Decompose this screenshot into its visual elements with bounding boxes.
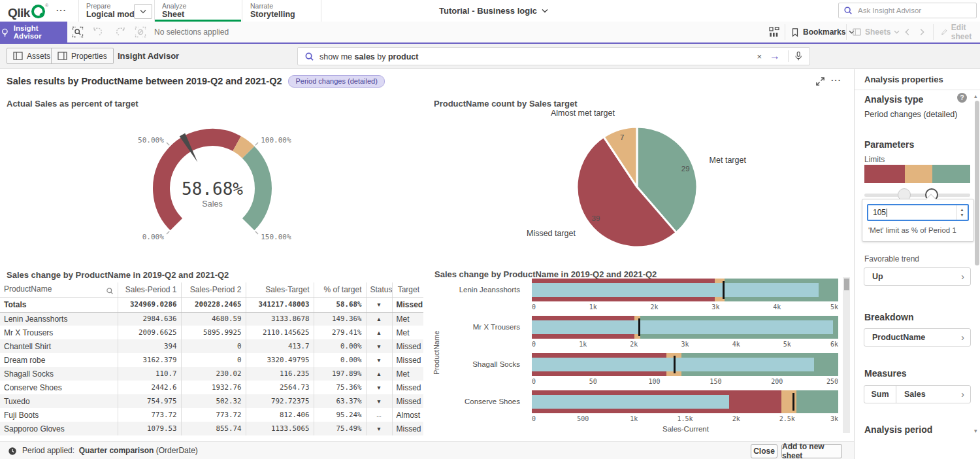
stepper-buttons[interactable]: ▲▼ — [956, 205, 968, 220]
clear-selections-icon[interactable] — [135, 26, 146, 38]
axis-tick-label: 50 — [589, 378, 597, 385]
next-sheet-icon[interactable] — [917, 27, 926, 37]
axis-tick-label: 3k — [830, 415, 838, 422]
chart-menu-icon[interactable]: ··· — [831, 75, 841, 85]
table-row[interactable]: Shagall Socks110.7230.02116.235197.89%▲M… — [0, 367, 423, 381]
scroll-up-icon[interactable]: ▴ — [974, 93, 977, 99]
axis-tick-label: 1k — [589, 303, 597, 311]
table-row[interactable]: Tuxedo754.975502.32792.7237563.37%▼Misse… — [0, 394, 423, 408]
ask-insight-advisor-search[interactable] — [838, 3, 977, 18]
breakdown-button[interactable]: ProductName› — [864, 328, 971, 347]
target-cell: Met — [392, 312, 423, 326]
ask-insight-advisor-input[interactable] — [857, 6, 972, 15]
axis-tick-label: 1k — [630, 415, 638, 422]
panel-scrollbar[interactable] — [975, 101, 979, 265]
target-cell: Missed — [392, 339, 423, 353]
close-button[interactable]: Close — [751, 444, 777, 458]
app-title-dropdown[interactable]: Tutorial - Business logic — [439, 0, 548, 22]
bullet-axis: 01k2k3k4k5k — [532, 303, 838, 312]
limit-band-red — [864, 165, 905, 183]
smart-search-icon[interactable] — [72, 26, 84, 38]
gauge-caption: Sales — [202, 199, 222, 209]
analysis-type-badge[interactable]: Period changes (detailed) — [288, 75, 384, 88]
scroll-down-icon[interactable]: ▾ — [974, 428, 977, 434]
search-icon[interactable] — [106, 287, 114, 295]
measure-bar[interactable] — [532, 320, 833, 334]
measure-bar[interactable] — [532, 395, 729, 409]
gauge-tick — [167, 143, 169, 145]
bullet-row[interactable]: Shagall Socks050100150200250 — [443, 353, 838, 386]
column-header[interactable]: % of target — [314, 282, 366, 297]
expand-icon[interactable] — [815, 76, 825, 86]
global-menu-icon[interactable]: ··· — [56, 5, 67, 15]
target-cell: Missed — [392, 297, 423, 312]
chevron-right-icon: › — [961, 332, 970, 343]
gauge-chart[interactable]: 0.00%50.00%100.00%150.00%58.68%Sales — [59, 109, 372, 262]
measure-button[interactable]: Sum Sales› — [864, 385, 971, 403]
properties-button[interactable]: Properties — [51, 48, 114, 64]
previous-sheet-icon[interactable] — [903, 27, 912, 37]
totals-row: Totals324969.0286200228.2465341217.48003… — [0, 297, 423, 312]
column-header[interactable]: Sales-Period 2 — [181, 282, 246, 297]
slider-track[interactable] — [864, 194, 970, 197]
axis-tick-label: 5k — [830, 303, 838, 311]
axis-tick-label: 0 — [532, 415, 536, 422]
gauge-tick — [255, 231, 258, 234]
pie-value-label: 39 — [592, 214, 600, 222]
undo-selection-icon[interactable] — [93, 26, 105, 38]
status-cell: ▲ — [366, 326, 392, 339]
bookmarks-button[interactable]: Bookmarks — [791, 22, 855, 42]
microphone-icon[interactable] — [794, 51, 803, 61]
submit-query-icon[interactable]: → — [770, 50, 780, 62]
axis-tick-label: 0 — [532, 303, 536, 311]
help-icon[interactable]: ? — [957, 93, 967, 103]
table-row[interactable]: Chantell Shirt3940413.70.00%▼Missed — [0, 339, 423, 353]
table-row[interactable]: Dream robe3162.37903320.497950.00%▼Misse… — [0, 353, 423, 367]
product-name-cell: Mr X Trousers — [0, 326, 118, 339]
column-header[interactable]: Sales-Period 1 — [118, 282, 181, 297]
table-row[interactable]: Sapporoo Gloves1079.53855.741133.506575.… — [0, 422, 423, 435]
assets-button[interactable]: Assets — [7, 48, 57, 64]
table-row[interactable]: Fuji Boots773.72773.72812.40695.24%--Alm… — [0, 408, 423, 422]
add-to-new-sheet-button[interactable]: Add to new sheet — [781, 444, 842, 458]
table-row[interactable]: Conserve Shoes2442.61932.762564.7375.36%… — [0, 381, 423, 394]
column-header[interactable]: ProductName — [0, 282, 118, 297]
bullet-plot — [532, 279, 838, 301]
insight-advisor-button[interactable]: Insight Advisor — [0, 22, 67, 42]
target-cell: Met — [392, 326, 423, 339]
page-title: Insight Advisor — [118, 44, 179, 69]
chevron-down-icon — [542, 8, 548, 13]
gauge-tick-label: 100.00% — [261, 136, 291, 144]
sales-change-table[interactable]: ProductNameSales-Period 1Sales-Period 2S… — [0, 282, 425, 437]
pie-chart[interactable]: 29Met target39Missed target7Almost met t… — [457, 103, 823, 268]
column-header[interactable]: Sales-Target — [246, 282, 314, 297]
measure-bar[interactable] — [532, 283, 819, 297]
insight-query-bar[interactable]: show me sales by product × → — [297, 47, 810, 65]
redo-selection-icon[interactable] — [114, 26, 125, 38]
analysis-period-heading: Analysis period — [864, 424, 932, 435]
table-row[interactable]: Mr X Trousers2009.66255895.99252110.1456… — [0, 326, 423, 339]
insights-grid-icon[interactable] — [768, 26, 780, 38]
sheets-button[interactable]: Sheets — [852, 22, 900, 42]
edit-sheet-button[interactable]: Edit sheet — [941, 22, 980, 42]
bullet-row[interactable]: Conserve Shoes05001k1.5k2k2.5k3k — [443, 390, 838, 424]
target-tick — [638, 318, 640, 336]
column-header[interactable]: Status — [366, 282, 392, 297]
bullet-chart[interactable]: Sales change by ProductName in 2019-Q2 a… — [431, 264, 854, 442]
clock-icon — [8, 447, 17, 456]
logical-model-dropdown[interactable] — [134, 4, 152, 19]
product-name-cell: Lenin Jeansshorts — [0, 312, 118, 326]
chart-scrollbar[interactable] — [843, 277, 850, 433]
column-header[interactable]: Target — [392, 282, 423, 297]
insight-query-text[interactable]: show me sales by product — [319, 50, 751, 62]
bullet-row[interactable]: Lenin Jeansshorts01k2k3k4k5k — [443, 279, 838, 312]
clear-query-icon[interactable]: × — [757, 52, 762, 61]
table-row[interactable]: Lenin Jeansshorts2984.6364680.593133.867… — [0, 312, 423, 326]
bullet-plot — [532, 390, 838, 413]
insight-advisor-bulb-icon — [0, 27, 10, 37]
bullet-row[interactable]: Mr X Trousers01k2k3k4k5k6k — [443, 316, 838, 349]
search-icon — [304, 52, 314, 61]
favorable-trend-button[interactable]: Up› — [864, 267, 971, 286]
target-tick — [674, 356, 676, 373]
met-limit-input[interactable]: 105 ▲▼ — [867, 204, 969, 221]
